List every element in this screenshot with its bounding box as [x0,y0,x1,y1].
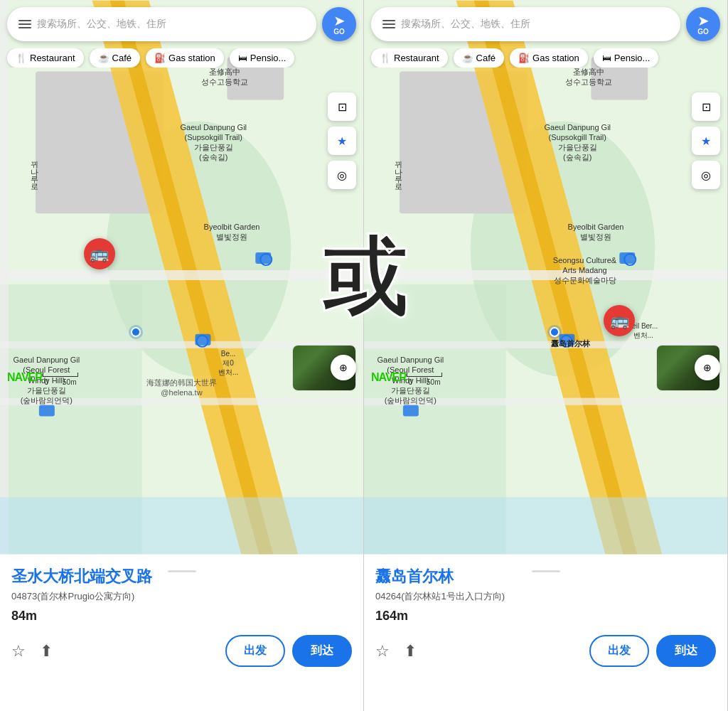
map-label-road: 뀌나루로 [18,155,40,186]
search-box-right[interactable]: 搜索场所、公交、地铁、住所 [371,7,680,41]
chip-cafe-left[interactable]: ☕ Café [90,48,140,68]
map-label-island-right: 纛岛首尔林 [538,338,602,348]
chip-restaurant-right[interactable]: 🍴 Restaurant [371,48,448,68]
layers-btn-left[interactable]: ⊡ [328,92,356,121]
favorite-icon-left[interactable]: ☆ [11,642,26,661]
location-btn-right[interactable]: ◎ [692,161,720,189]
map-label-bench: Be...제0벤처... [200,349,257,377]
location-btn-left[interactable]: ◎ [328,161,356,189]
map-label-trail: Gaeul Danpung Gil(Supsokgill Trail)가을단풍길… [174,122,252,163]
menu-icon-left[interactable] [18,20,31,28]
svg-rect-32 [403,405,419,417]
map-label-garden: Byeolbit Garden별빛정원 [200,222,264,242]
naver-logo-right: NAVER [371,371,407,384]
go-label-left: GO [333,28,345,36]
svg-rect-7 [0,270,363,280]
go-arrow-icon-right: ➤ [697,14,710,28]
favorite-btn-right[interactable]: ★ [692,127,720,155]
compass-btn-left[interactable]: ⊕ [331,355,356,380]
map-controls-left: ⊡ ★ ◎ [328,92,356,189]
chip-gas-left[interactable]: ⛽ Gas station [146,48,224,68]
chip-restaurant-left[interactable]: 🍴 Restaurant [7,48,84,68]
top-bar-left: 搜索场所、公交、地铁、住所 ➤ GO [0,0,363,41]
map-label-garden-right: Byeolbit Garden별빛정원 [564,222,628,242]
compass-btn-right[interactable]: ⊕ [695,355,720,380]
layers-btn-right[interactable]: ⊡ [692,92,720,121]
left-map-panel: 圣修高中성수고등학교 Gaeul Danpung Gil(Supsokgill … [0,0,364,711]
go-label-right: GO [697,28,709,36]
location-name-left: 圣水大桥北端交叉路 [11,566,352,587]
svg-rect-10 [0,1,9,554]
chip-pension-right[interactable]: 🛏 Pensio... [594,48,659,68]
location-sub-right: 04264(首尔林站1号出入口方向) [375,590,716,603]
nav-btns-left: 出发 到达 [225,635,352,667]
map-controls-right: ⊡ ★ ◎ [692,92,720,189]
scale-bar-right: 0 50m [407,373,442,387]
location-name-right: 纛岛首尔林 [375,566,716,587]
filter-row-left: 🍴 Restaurant ☕ Café ⛽ Gas station 🛏 Pens… [0,48,363,68]
favorite-icon-right[interactable]: ☆ [375,642,390,661]
depart-btn-right[interactable]: 出发 [589,635,649,667]
distance-left: 84m [11,609,352,624]
bottom-info-right: 纛岛首尔林 04264(首尔林站1号出入口方向) 164m ☆ ⬆ 出发 到达 [364,555,727,711]
svg-rect-16 [39,405,55,417]
map-label-school-right: 圣修高中성수고등학교 [553,67,624,87]
map-area-left: 圣修高中성수고등학교 Gaeul Danpung Gil(Supsokgill … [0,0,363,555]
go-btn-left[interactable]: ➤ GO [322,7,356,41]
action-row-right: ☆ ⬆ 出发 到达 [375,635,716,678]
share-icon-right[interactable]: ⬆ [404,642,417,661]
blue-dot-right [550,327,560,337]
top-bar-right: 搜索场所、公交、地铁、住所 ➤ GO [364,0,727,41]
naver-logo-left: NAVER [7,371,43,384]
menu-icon-right[interactable] [382,20,395,28]
svg-rect-14 [255,252,271,264]
location-sub-left: 04873(首尔林Prugio公寓方向) [11,590,352,603]
map-label-trail-right: Gaeul Danpung Gil(Supsokgill Trail)가을단풍길… [538,122,616,163]
icon-btns-left: ☆ ⬆ [11,642,53,661]
action-row-left: ☆ ⬆ 出发 到达 [11,635,352,678]
bus-marker-left: 🚌 [84,238,115,269]
svg-rect-15 [195,334,210,346]
nav-btns-right: 出发 到达 [589,635,716,667]
search-placeholder-right: 搜索场所、公交、地铁、住所 [401,18,530,31]
bus-marker-right: 🚌 [604,305,635,336]
icon-btns-right: ☆ ⬆ [375,642,417,661]
bottom-info-left: 圣水大桥北端交叉路 04873(首尔林Prugio公寓方向) 84m ☆ ⬆ 出… [0,555,363,711]
search-placeholder-left: 搜索场所、公交、地铁、住所 [37,18,166,31]
distance-right: 164m [375,609,716,624]
arrive-btn-right[interactable]: 到达 [656,635,716,667]
map-label-school: 圣修高中성수고등학교 [189,67,260,87]
go-arrow-icon-left: ➤ [333,14,346,28]
map-label-arts-right: Seongsu Culture&Arts Madang성수문화예술마당 [546,255,624,286]
watermark-left: 海莲娜的韩国大世界@helena.tw [146,378,217,397]
separator-left [168,570,196,572]
chip-gas-right[interactable]: ⛽ Gas station [510,48,588,68]
filter-row-right: 🍴 Restaurant ☕ Café ⛽ Gas station 🛏 Pens… [364,48,727,68]
chip-pension-left[interactable]: 🛏 Pensio... [230,48,295,68]
go-btn-right[interactable]: ➤ GO [686,7,720,41]
svg-rect-11 [0,497,363,554]
scale-bar-left: 0 50m [43,373,78,387]
favorite-btn-left[interactable]: ★ [328,127,356,155]
share-icon-left[interactable]: ⬆ [40,642,53,661]
right-map-panel: 圣修高中성수고등학교 Gaeul Danpung Gil(Supsokgill … [364,0,728,711]
arrive-btn-left[interactable]: 到达 [292,635,352,667]
separator-right [532,570,560,572]
chip-cafe-right[interactable]: ☕ Café [454,48,504,68]
depart-btn-left[interactable]: 出发 [225,635,285,667]
map-label-road-right: 뀌나루로 [382,155,404,186]
svg-rect-27 [364,497,727,554]
search-box-left[interactable]: 搜索场所、公交、地铁、住所 [7,7,316,41]
map-area-right: 圣修高中성수고등학교 Gaeul Danpung Gil(Supsokgill … [364,0,727,555]
